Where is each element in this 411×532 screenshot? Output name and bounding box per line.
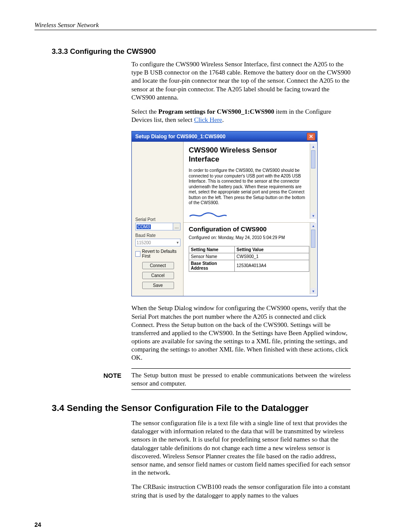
para-333-1: To configure the CWS900 Wireless Sensor … — [131, 60, 351, 102]
checkbox-icon — [135, 251, 140, 257]
dialog-left-panel: Serial Port COM3 … Baud Rate 115200 Reve… — [132, 142, 184, 296]
note-block: NOTE The Setup button must be pressed to… — [103, 368, 351, 390]
note-rule-bottom — [131, 389, 351, 390]
baud-rate-value: 115200 — [137, 240, 151, 245]
p2-pre: Select the — [131, 108, 158, 115]
baud-rate-field[interactable]: 115200 — [135, 239, 181, 246]
cell-value: CWS900_1 — [235, 253, 309, 260]
scrollbar-bottom[interactable]: ▴ ▾ — [310, 223, 316, 294]
right-desc: In order to configure the CWS900, the CW… — [189, 168, 309, 206]
connect-button[interactable]: Connect — [142, 262, 174, 269]
ellipsis-icon[interactable]: … — [173, 223, 180, 230]
heading-3-3-3: 3.3.3 Configuring the CWS900 — [52, 47, 377, 56]
th-setting-name: Setting Name — [189, 246, 235, 253]
para-333-3: When the Setup Dialog window for configu… — [131, 304, 351, 362]
note-label: NOTE — [103, 371, 131, 379]
scroll-down-icon[interactable]: ▾ — [310, 213, 316, 219]
dialog-title-bar: Setup Dialog for CWS900_1:CWS900 ✕ — [132, 131, 317, 142]
p2-post: . — [222, 116, 224, 123]
dialog-right-panel: ▴ ▾ ▴ ▾ CWS900 Wireless Sensor Interface… — [184, 142, 317, 296]
dialog-title: Setup Dialog for CWS900_1:CWS900 — [135, 134, 225, 140]
page-number: 24 — [34, 521, 377, 528]
p2-bold: Program settings for CWS900_1:CWS900 — [158, 108, 274, 115]
serial-port-label: Serial Port — [135, 217, 181, 222]
running-header: Wireless Sensor Network — [34, 22, 377, 30]
note-text: The Setup button must be pressed to enab… — [131, 371, 351, 388]
close-icon[interactable]: ✕ — [307, 133, 315, 140]
scrollbar-top[interactable]: ▴ ▾ — [310, 143, 316, 219]
serial-port-field[interactable]: COM3 … — [135, 223, 181, 230]
scroll-thumb[interactable] — [311, 230, 315, 248]
cell-name: Sensor Name — [189, 253, 235, 260]
baud-rate-label: Baud Rate — [135, 233, 181, 238]
table-header-row: Setting Name Setting Value — [189, 246, 309, 253]
th-setting-value: Setting Value — [235, 246, 309, 253]
scroll-thumb[interactable] — [311, 150, 315, 168]
divider-squiggle-icon — [189, 212, 227, 218]
scroll-down-icon[interactable]: ▾ — [310, 288, 316, 294]
setup-dialog: Setup Dialog for CWS900_1:CWS900 ✕ Seria… — [131, 131, 318, 296]
cell-name: Base Station Address — [189, 260, 235, 271]
cell-value: 12530A4013A4 — [235, 260, 309, 271]
revert-defaults-label: Revert to Defaults First — [142, 249, 181, 258]
save-button[interactable]: Save — [142, 282, 174, 289]
table-row: Base Station Address 12530A4013A4 — [189, 260, 309, 271]
scroll-up-icon[interactable]: ▴ — [310, 223, 316, 229]
scroll-up-icon[interactable]: ▴ — [310, 143, 316, 149]
configured-on-text: Configured on: Monday, May 24, 2010 5:04… — [189, 235, 309, 240]
para-34-2: The CRBasic instruction CWB100 reads the… — [131, 483, 351, 499]
click-here-link[interactable]: Click Here — [194, 116, 222, 123]
heading-3-4: 3.4 Sending the Sensor Configuration Fil… — [52, 403, 377, 413]
revert-defaults-checkbox[interactable]: Revert to Defaults First — [135, 249, 181, 258]
para-34-1: The sensor configuration file is a text … — [131, 419, 351, 477]
para-333-2: Select the Program settings for CWS900_1… — [131, 108, 351, 124]
table-row: Sensor Name CWS900_1 — [189, 253, 309, 260]
right-title: CWS900 Wireless Sensor Interface — [189, 146, 309, 164]
serial-port-value: COM3 — [137, 224, 151, 229]
right-subtitle: Configuration of CWS900 — [189, 225, 309, 233]
cancel-button[interactable]: Cancel — [142, 272, 174, 279]
settings-table: Setting Name Setting Value Sensor Name C… — [189, 246, 309, 272]
note-rule-top — [131, 368, 351, 369]
